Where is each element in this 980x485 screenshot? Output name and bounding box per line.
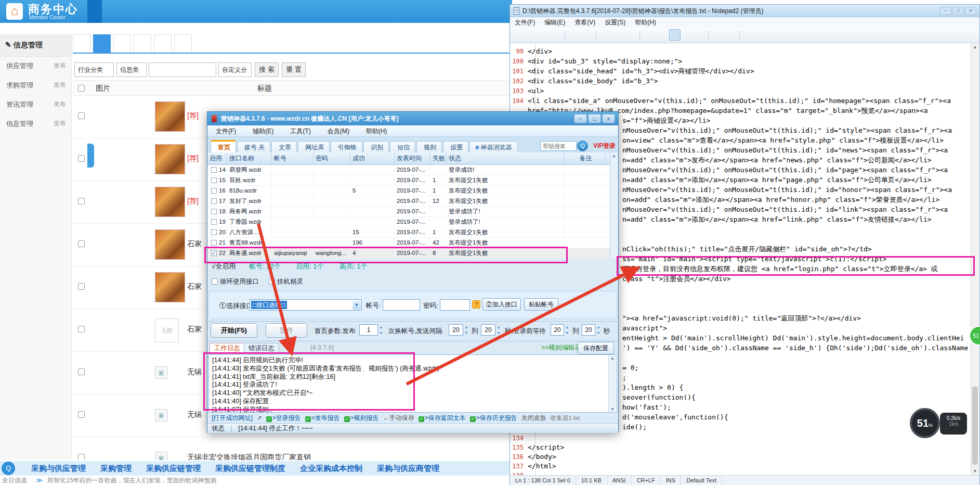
bottom-nav-link[interactable]: 采购与供应商管理 bbox=[377, 461, 439, 476]
row-checkbox[interactable] bbox=[211, 198, 217, 204]
menu-item[interactable]: 帮助(H) bbox=[630, 17, 661, 28]
start-button[interactable]: 开始(F5) bbox=[211, 323, 257, 338]
bottom-nav-link[interactable]: 采购管理 bbox=[100, 461, 132, 476]
row-checkbox[interactable] bbox=[78, 368, 85, 375]
checkbox-icon[interactable]: ✓ bbox=[419, 416, 424, 422]
row-checkbox[interactable] bbox=[211, 229, 217, 235]
menu-item[interactable]: 查看(V) bbox=[570, 17, 600, 28]
app-tab[interactable]: 引蜘蛛 bbox=[331, 141, 362, 154]
industry-select[interactable]: 行业分类▼ bbox=[74, 62, 114, 77]
spinner-icon[interactable]: ▲▼ bbox=[495, 324, 502, 336]
undo-icon[interactable] bbox=[569, 29, 581, 41]
menu-item[interactable]: 辅助(E) bbox=[244, 125, 282, 137]
column-header[interactable]: 状态 bbox=[447, 152, 564, 164]
zoom-in-icon[interactable] bbox=[682, 29, 693, 41]
sidebar-item[interactable]: 供应管理 发布 bbox=[0, 57, 71, 76]
row-checkbox[interactable] bbox=[78, 326, 85, 333]
row-checkbox[interactable] bbox=[211, 209, 217, 214]
sidebar-item[interactable]: 资讯管理 发布 bbox=[0, 95, 71, 114]
column-header[interactable]: 成功 bbox=[350, 152, 395, 164]
custom-category-select[interactable]: 自定义分类▼ bbox=[218, 62, 252, 77]
toolbar-item[interactable]: ✓>保存返回文本 bbox=[419, 413, 466, 423]
row-checkbox[interactable] bbox=[211, 188, 217, 194]
scheme-icon[interactable] bbox=[713, 29, 724, 41]
checkbox-icon[interactable]: ✓ bbox=[344, 416, 350, 422]
nav-item[interactable] bbox=[116, 0, 131, 23]
keyword-input[interactable] bbox=[149, 62, 216, 77]
scrollbar-thumb[interactable] bbox=[972, 387, 978, 465]
app-tab[interactable]: 拨号.关 bbox=[237, 141, 270, 154]
listing-tab[interactable] bbox=[73, 34, 90, 53]
open-file-icon[interactable] bbox=[526, 29, 537, 41]
toolbar-item[interactable]: ✓关闭皮肤 bbox=[521, 413, 546, 423]
log-scrollbar[interactable]: ▲ ▼ bbox=[608, 355, 616, 412]
app-tab[interactable]: 文章 bbox=[271, 141, 297, 154]
sidebar-item[interactable]: 信息管理 发布 bbox=[0, 114, 71, 134]
app-tab[interactable]: 设置 bbox=[443, 141, 468, 154]
new-file-icon[interactable] bbox=[513, 29, 525, 41]
separator[interactable] bbox=[639, 30, 643, 41]
column-header[interactable]: 密码 bbox=[313, 152, 350, 164]
row-checkbox[interactable] bbox=[78, 155, 85, 162]
toolbar-item[interactable]: ✓←手动保存 bbox=[383, 413, 414, 423]
work-log-tab[interactable]: 工作日志 bbox=[210, 343, 245, 353]
app-tab[interactable]: e神器浏览器 bbox=[469, 141, 517, 154]
listing-tab[interactable] bbox=[134, 34, 151, 53]
row-checkbox[interactable] bbox=[211, 167, 217, 173]
row-checkbox[interactable] bbox=[78, 454, 85, 460]
menu-item[interactable]: 帮助(H) bbox=[358, 125, 396, 137]
row-checkbox[interactable] bbox=[78, 411, 85, 418]
toolbar-item[interactable]: ✓>登录报告 bbox=[266, 413, 301, 423]
row-checkbox[interactable] bbox=[78, 112, 85, 119]
百姓.wzdr[interactable]: 15 百姓.wzdr 2019-07-... 1 发布提交1失败 bbox=[207, 175, 610, 186]
loop-interface-option[interactable]: 循环使用接口 bbox=[212, 277, 259, 286]
app-tab[interactable]: 首页 bbox=[211, 140, 236, 152]
app-tab[interactable]: 网址库 bbox=[298, 141, 330, 154]
scroll-down-icon[interactable]: ▼ bbox=[971, 467, 979, 475]
publish-count-stepper[interactable]: 1▲▼ bbox=[359, 324, 378, 336]
bottom-nav-link[interactable]: 采购供应链管理 bbox=[146, 461, 201, 476]
wait-to-stepper[interactable]: 20▲▼ bbox=[582, 324, 595, 336]
search-circle-icon[interactable]: Q bbox=[2, 462, 15, 475]
row-checkbox[interactable] bbox=[78, 283, 85, 290]
scroll-up-icon[interactable]: ▲ bbox=[612, 154, 616, 158]
list-item[interactable]: ▣ 无锡非宏交换排烟器月国商货厂家直销 bbox=[73, 437, 512, 460]
nav-item[interactable] bbox=[102, 0, 116, 23]
toolbar-item[interactable]: ✓[打开成功网址] bbox=[212, 413, 253, 423]
maximize-button[interactable]: □ bbox=[952, 7, 964, 15]
app-tab[interactable]: 规则 bbox=[416, 141, 442, 154]
news-ticker[interactable]: 郑智化15年前的一首歌曲，现在人们发现，里面的歌词神预测 bbox=[47, 477, 216, 484]
checkbox[interactable] bbox=[212, 278, 218, 285]
row-checkbox[interactable] bbox=[78, 198, 85, 205]
spinner-icon[interactable]: ▲▼ bbox=[595, 324, 602, 336]
minimize-button[interactable]: − bbox=[940, 7, 951, 15]
sidebar-collapse-handle[interactable] bbox=[87, 144, 94, 168]
row-checkbox[interactable] bbox=[211, 219, 217, 225]
row-checkbox[interactable] bbox=[78, 240, 85, 247]
vip-login-link[interactable]: VIP登录 bbox=[593, 142, 616, 150]
checkbox[interactable] bbox=[269, 278, 275, 285]
search-button[interactable]: 搜 索 bbox=[255, 62, 279, 77]
checkbox-icon[interactable]: ✓ bbox=[470, 416, 476, 422]
separator[interactable] bbox=[739, 30, 742, 41]
app-tab[interactable]: 短信 bbox=[390, 141, 415, 154]
column-header[interactable]: 帐号 bbox=[272, 152, 313, 164]
818u.wzdr[interactable]: 16 818u.wzdr 5 2019-07-... 1 发布提交1失败 bbox=[207, 186, 610, 196]
spinner-icon[interactable]: ▲▼ bbox=[378, 324, 384, 336]
menu-item[interactable]: 文件(F) bbox=[207, 125, 244, 137]
toolbar-item[interactable]: ✓>规则报告 bbox=[344, 413, 379, 423]
table-scrollbar[interactable]: ▲ bbox=[610, 152, 618, 259]
toolbar-item[interactable]: ✓>保存历史报告 bbox=[470, 413, 517, 423]
password-input[interactable] bbox=[440, 299, 470, 311]
scroll-up-icon[interactable]: ▲ bbox=[610, 356, 615, 361]
menu-item[interactable]: 设置(S) bbox=[600, 17, 630, 28]
replace-icon[interactable] bbox=[657, 29, 668, 41]
paste-accounts-button[interactable]: 粘贴帐号 bbox=[524, 298, 558, 311]
scroll-up-icon[interactable]: ▲ bbox=[971, 43, 979, 51]
browse-icon[interactable] bbox=[538, 29, 550, 41]
redo-icon[interactable] bbox=[582, 29, 593, 41]
bottom-nav-link[interactable]: 企业采购成本控制 bbox=[300, 461, 362, 476]
help-search-button[interactable]: Q bbox=[577, 141, 588, 151]
八方资源....[interactable]: 20 八方资源.... 15 2019-07-... 1 发布提交1失败 bbox=[207, 227, 610, 238]
select-all-checkbox[interactable] bbox=[78, 85, 85, 92]
